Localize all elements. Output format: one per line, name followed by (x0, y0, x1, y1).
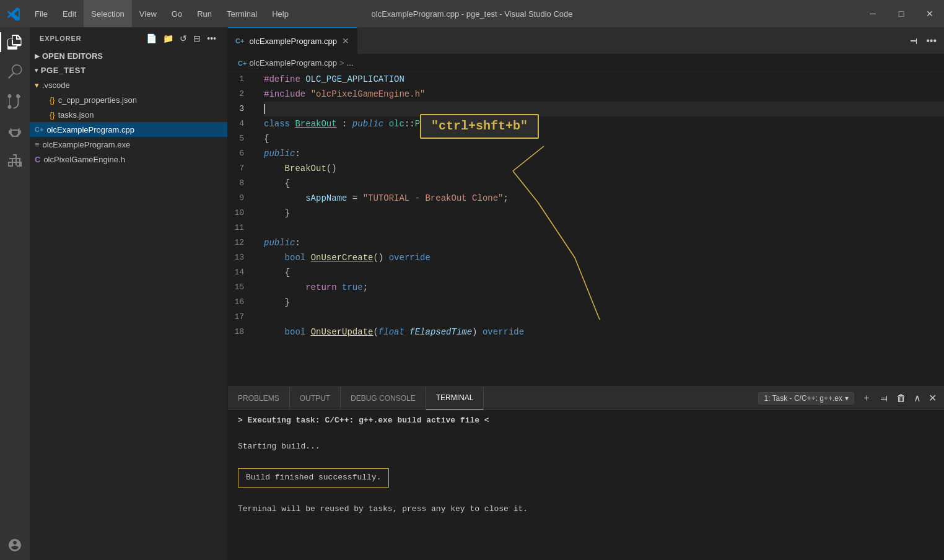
breadcrumb-sep: > (339, 58, 344, 68)
code-include: #include (264, 87, 305, 102)
annotation-box: "ctrl+shft+b" (420, 114, 539, 139)
line-num-17: 17 (228, 310, 251, 325)
breadcrumb-more[interactable]: ... (347, 58, 354, 68)
minimize-button[interactable]: ─ (859, 0, 887, 27)
code-line-6: public : (264, 146, 944, 161)
code-line-12: public : (264, 235, 944, 250)
menu-help[interactable]: Help (264, 0, 296, 27)
terminal-dropdown[interactable]: 1: Task - C/C++: g++.ex ▾ (758, 392, 854, 405)
sidebar-title: EXPLORER (40, 35, 82, 42)
line-num-2: 2 (228, 87, 251, 102)
collapse-all-icon[interactable]: ⊟ (192, 32, 202, 45)
code-bool-2: bool (285, 325, 306, 339)
cpp-file-icon: C+ (35, 126, 43, 133)
terminal-blank-2 (238, 453, 934, 466)
code-str-1: "olcPixelGameEngine.h" (311, 87, 426, 102)
explorer-activity-icon[interactable] (0, 27, 30, 57)
open-editors-section[interactable]: ▶ OPEN EDITORS (30, 49, 227, 63)
panel-tabs: PROBLEMS OUTPUT DEBUG CONSOLE TERMINAL 1… (228, 387, 944, 409)
code-line-15: return true ; (264, 280, 944, 295)
code-override-1: override (389, 250, 430, 265)
panel-up-icon[interactable]: ∧ (911, 390, 924, 406)
menu-terminal[interactable]: Terminal (219, 0, 264, 27)
terminal-cmd-text: > Executing task: C/C++: g++.exe build a… (238, 416, 489, 425)
terminal-blank-3 (238, 490, 934, 503)
tab-terminal[interactable]: TERMINAL (426, 387, 484, 409)
refresh-icon[interactable]: ↺ (178, 32, 188, 45)
olc-example-program-file[interactable]: C+ olcExampleProgram.cpp (30, 122, 227, 137)
line-num-15: 15 (228, 280, 251, 295)
menu-file[interactable]: File (27, 0, 55, 27)
cursor (264, 104, 265, 114)
folder-icon: ▾ (35, 81, 39, 90)
code-line-1: #define OLC_PGE_APPLICATION (264, 72, 944, 87)
code-return: return (305, 280, 336, 295)
json-file-icon: {} (50, 95, 55, 105)
line-num-3: 3 (228, 102, 251, 116)
vscode-logo-icon (0, 0, 27, 27)
tab-label: olcExampleProgram.cpp (249, 37, 337, 46)
more-actions-icon[interactable]: ••• (206, 32, 217, 45)
code-content[interactable]: #define OLC_PGE_APPLICATION #include "ol… (259, 72, 944, 387)
line-num-12: 12 (228, 235, 251, 250)
tab-problems[interactable]: PROBLEMS (228, 387, 290, 409)
split-terminal-icon[interactable]: ⫤ (876, 390, 891, 406)
terminal-blank-1 (238, 427, 934, 440)
code-line-7: BreakOut () (264, 161, 944, 176)
c-cpp-properties-file[interactable]: {} c_cpp_properties.json (30, 92, 227, 107)
terminal-starting: Starting build... (238, 440, 934, 453)
account-activity-icon[interactable] (0, 530, 30, 560)
menu-run[interactable]: Run (190, 0, 219, 27)
menu-selection[interactable]: Selection (84, 0, 131, 27)
breadcrumb-file[interactable]: olcExampleProgram.cpp (249, 58, 337, 68)
menu-go[interactable]: Go (164, 0, 190, 27)
file-tree: ▾ .vscode {} c_cpp_properties.json {} ta… (30, 77, 227, 167)
code-line-9: sAppName = "TUTORIAL - BreakOut Clone" ; (264, 191, 944, 206)
code-macro-1: OLC_PGE_APPLICATION (305, 72, 404, 87)
code-classname: BreakOut (295, 116, 336, 131)
line-num-1: 1 (228, 72, 251, 87)
tab-output[interactable]: OUTPUT (290, 387, 341, 409)
code-line-13: bool OnUserCreate () override (264, 250, 944, 265)
project-chevron: ▾ (35, 67, 38, 74)
terminal-cmd-line: > Executing task: C/C++: g++.exe build a… (238, 414, 934, 427)
terminal-dropdown-label: 1: Task - C/C++: g++.ex (764, 394, 842, 403)
tab-bar-actions: ⫤ ••• (901, 27, 944, 54)
tab-debug-console[interactable]: DEBUG CONSOLE (341, 387, 426, 409)
vscode-folder[interactable]: ▾ .vscode (30, 77, 227, 92)
tab-close-button[interactable]: ✕ (342, 37, 349, 45)
panel-close-icon[interactable]: ✕ (926, 390, 939, 406)
line-numbers: 1 2 3 4 5 6 7 8 9 10 11 12 13 14 15 16 1 (228, 72, 259, 387)
add-terminal-icon[interactable]: ＋ (859, 389, 874, 407)
line-num-9: 9 (228, 191, 251, 206)
split-editor-icon[interactable]: ⫤ (906, 33, 921, 49)
terminal-dropdown-chevron: ▾ (845, 394, 849, 403)
tasks-json-file[interactable]: {} tasks.json (30, 107, 227, 122)
breadcrumb-file-icon: C+ (238, 59, 247, 67)
editor-tab-olc[interactable]: C+ olcExampleProgram.cpp ✕ (228, 27, 357, 54)
olc-pixel-game-engine-file[interactable]: C olcPixelGameEngine.h (30, 152, 227, 167)
debug-activity-icon[interactable] (0, 116, 30, 146)
code-var-sappname: sAppName (305, 191, 347, 206)
activity-bar (0, 27, 30, 560)
olc-example-program-exe[interactable]: ≡ olcExampleProgram.exe (30, 137, 227, 152)
code-line-8: { (264, 176, 944, 191)
menu-view[interactable]: View (132, 0, 164, 27)
close-button[interactable]: ✕ (916, 0, 944, 27)
code-line-14: { (264, 265, 944, 280)
search-activity-icon[interactable] (0, 57, 30, 87)
terminal-success-box: Build finished successfully. (238, 468, 389, 488)
source-control-activity-icon[interactable] (0, 87, 30, 116)
extensions-activity-icon[interactable] (0, 146, 30, 176)
menu-edit[interactable]: Edit (55, 0, 84, 27)
maximize-button[interactable]: □ (887, 0, 916, 27)
line-num-16: 16 (228, 295, 251, 310)
line-num-11: 11 (228, 221, 251, 235)
olc-example-program-exe-label: olcExampleProgram.exe (43, 140, 131, 149)
new-folder-icon[interactable]: 📁 (162, 32, 175, 45)
kill-terminal-icon[interactable]: 🗑 (894, 390, 909, 406)
terminal-content[interactable]: > Executing task: C/C++: g++.exe build a… (228, 409, 944, 560)
more-tab-actions-icon[interactable]: ••• (924, 33, 939, 49)
project-header[interactable]: ▾ PGE_TEST (30, 63, 227, 77)
new-file-icon[interactable]: 📄 (145, 32, 158, 45)
